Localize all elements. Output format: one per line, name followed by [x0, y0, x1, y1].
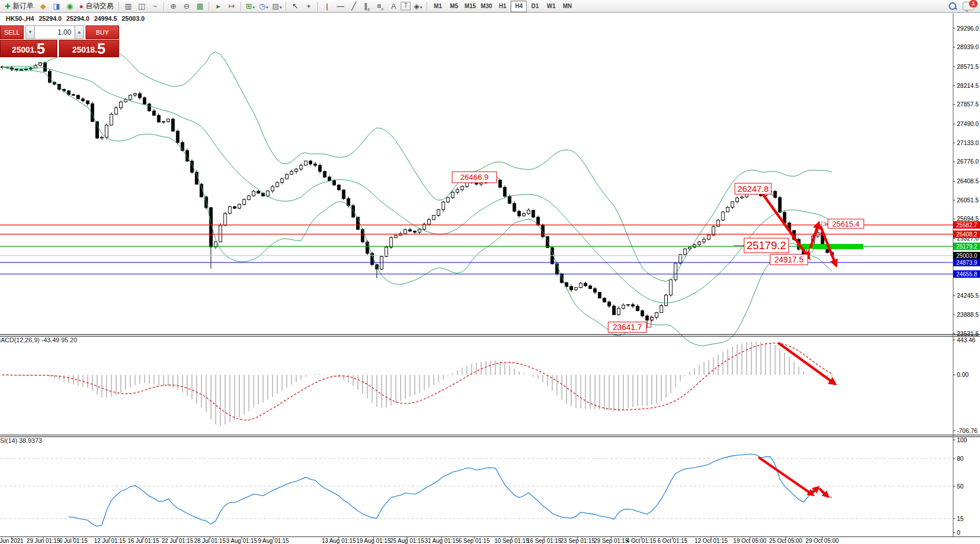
- zoom-in-icon[interactable]: ⊕: [167, 1, 179, 12]
- buy-price-pips: 5: [97, 41, 105, 57]
- svg-text:Jun 2021: Jun 2021: [0, 538, 24, 544]
- chart-shift-icon[interactable]: ↦: [225, 1, 238, 12]
- bar-chart-icon[interactable]: ▥: [122, 1, 134, 12]
- mt4-window: 26466.926247.825615.425179.224917.523641…: [0, 0, 980, 544]
- new-chart-icon[interactable]: ⊞▾: [244, 1, 256, 12]
- svg-text:0: 0: [957, 529, 960, 536]
- svg-text:24917.5: 24917.5: [774, 255, 804, 264]
- svg-text:26051.5: 26051.5: [957, 197, 979, 203]
- timeframe-button-m1[interactable]: M1: [430, 1, 446, 12]
- templates-icon[interactable]: ▨▾: [271, 1, 283, 12]
- svg-text:0.00: 0.00: [957, 371, 969, 378]
- toolbar-separator: [241, 2, 241, 11]
- macd-label: MACD(12,26,9) -43.49 95.20: [0, 336, 77, 343]
- svg-text:25 Oct 05:00: 25 Oct 05:00: [769, 538, 803, 544]
- trendline-icon[interactable]: ╱: [347, 1, 360, 12]
- timeframe-button-w1[interactable]: W1: [543, 1, 559, 12]
- sell-button[interactable]: SELL: [0, 25, 24, 39]
- horizontal-line-icon[interactable]: —: [334, 1, 346, 12]
- candlestick-chart-icon[interactable]: ◫: [135, 1, 147, 12]
- zoom-out-icon[interactable]: ⊖: [180, 1, 193, 12]
- green-highlight-zone[interactable]: [799, 244, 863, 249]
- buy-button[interactable]: BUY: [86, 25, 119, 39]
- svg-text:25615.4: 25615.4: [833, 220, 860, 228]
- volume-decrease-button[interactable]: ▼: [25, 25, 35, 39]
- timeframe-button-h4[interactable]: H4: [511, 1, 527, 12]
- svg-text:25 Aug 01:15: 25 Aug 01:15: [390, 538, 424, 544]
- svg-text:23888.5: 23888.5: [957, 311, 979, 318]
- svg-text:6 Oct 01:15: 6 Oct 01:15: [657, 538, 687, 544]
- sell-price-main: 25001: [12, 43, 35, 57]
- fibonacci-icon[interactable]: ≡F: [374, 1, 386, 12]
- svg-text:16 Sep 01:15: 16 Sep 01:15: [527, 538, 561, 544]
- timeframe-button-m30[interactable]: M30: [478, 1, 494, 12]
- tile-windows-icon[interactable]: ▦: [194, 1, 206, 12]
- svg-text:100: 100: [957, 436, 967, 443]
- chevron-down-icon: ▾: [280, 5, 282, 9]
- svg-text:29 Sep 01:15: 29 Sep 01:15: [594, 538, 628, 544]
- toolbar-separator: [164, 2, 164, 11]
- toolbar-separator: [119, 2, 119, 11]
- timeframe-button-d1[interactable]: D1: [527, 1, 543, 12]
- svg-text:19 Aug 01:15: 19 Aug 01:15: [357, 538, 391, 544]
- line-chart-icon[interactable]: ~: [149, 1, 161, 12]
- timeframe-button-mn[interactable]: MN: [559, 1, 575, 12]
- svg-text:4 Oct 01:15: 4 Oct 01:15: [626, 538, 656, 544]
- ohlc-high: 25294.0: [66, 15, 90, 22]
- volume-increase-button[interactable]: ▲: [75, 25, 84, 39]
- sell-price-pips: 5: [36, 41, 45, 57]
- buy-price-display[interactable]: 25018 . 5: [59, 40, 119, 57]
- svg-text:27133.0: 27133.0: [957, 139, 979, 146]
- equidistant-channel-icon[interactable]: ∥E: [361, 1, 373, 12]
- signals-icon[interactable]: ◉: [64, 1, 76, 12]
- toolbar-right-group: 1: [949, 2, 974, 10]
- svg-text:19 Oct 05:00: 19 Oct 05:00: [733, 538, 767, 544]
- svg-text:29296.0: 29296.0: [957, 25, 979, 32]
- svg-text:25003.0: 25003.0: [956, 253, 978, 259]
- svg-text:80: 80: [957, 455, 964, 462]
- ohlc-close: 25003.0: [121, 15, 145, 22]
- svg-text:24655.8: 24655.8: [956, 271, 978, 277]
- svg-text:29 Oct 05:00: 29 Oct 05:00: [805, 538, 839, 544]
- svg-text:31 Aug 01:15: 31 Aug 01:15: [425, 538, 459, 544]
- crosshair-icon[interactable]: +: [302, 1, 315, 12]
- toolbar-separator: [286, 2, 286, 11]
- arrows-icon[interactable]: ◈▾: [412, 1, 424, 12]
- symbol-ohlc-header: HK50-,H4 25294.0 25294.0 24994.5 25003.0: [6, 15, 147, 22]
- chart-area[interactable]: 26466.926247.825615.425179.224917.523641…: [0, 0, 980, 544]
- vertical-line-icon[interactable]: |: [321, 1, 333, 12]
- svg-text:27490.0: 27490.0: [957, 120, 979, 127]
- history-center-icon[interactable]: ◆: [37, 1, 49, 12]
- svg-text:24245.5: 24245.5: [957, 292, 979, 299]
- timeframe-button-m15[interactable]: M15: [462, 1, 478, 12]
- svg-text:28214.5: 28214.5: [957, 82, 979, 89]
- notifications-icon[interactable]: 1: [963, 2, 974, 10]
- chevron-down-icon: ▾: [420, 5, 423, 9]
- one-click-trading-panel: SELL ▼ 1.00 ▲ BUY 25001 . 5 25018 . 5: [0, 25, 119, 57]
- chart-background: [0, 0, 980, 544]
- volume-input[interactable]: 1.00: [35, 25, 75, 39]
- auto-scroll-icon[interactable]: ▸: [212, 1, 224, 12]
- timeframe-button-h1[interactable]: H1: [494, 1, 511, 12]
- svg-text:443.46: 443.46: [957, 336, 975, 343]
- periods-icon[interactable]: ◷▾: [257, 1, 269, 12]
- text-icon[interactable]: A: [387, 1, 400, 12]
- sell-price-display[interactable]: 25001 . 5: [0, 40, 57, 57]
- toolbar: ✚新订单◆◨◉●自动交易▥◫~⊕⊖▦▸↦⊞▾◷▾▨▾↖+|—╱∥E≡FAT◈▾M…: [0, 0, 980, 13]
- svg-text:25582.7: 25582.7: [956, 222, 978, 228]
- cursor-icon[interactable]: ↖: [289, 1, 301, 12]
- buy-price-main: 25018: [72, 43, 95, 57]
- timeframe-button-m5[interactable]: M5: [446, 1, 462, 12]
- svg-text:-706.76: -706.76: [957, 427, 978, 434]
- svg-text:13 Aug 01:15: 13 Aug 01:15: [322, 538, 356, 544]
- search-icon[interactable]: [949, 2, 957, 10]
- svg-text:28571.5: 28571.5: [957, 63, 979, 70]
- auto-trading-button[interactable]: ●自动交易: [76, 1, 116, 12]
- svg-text:28 Jul 01:15: 28 Jul 01:15: [194, 538, 226, 544]
- svg-text:24873.9: 24873.9: [956, 260, 978, 266]
- svg-text:26247.8: 26247.8: [737, 184, 768, 194]
- text-label-icon[interactable]: T: [401, 2, 411, 10]
- market-watch-icon[interactable]: ◨: [50, 1, 62, 12]
- svg-text:6 Sep 01:15: 6 Sep 01:15: [458, 538, 490, 544]
- new-order-button[interactable]: ✚新订单: [2, 1, 36, 12]
